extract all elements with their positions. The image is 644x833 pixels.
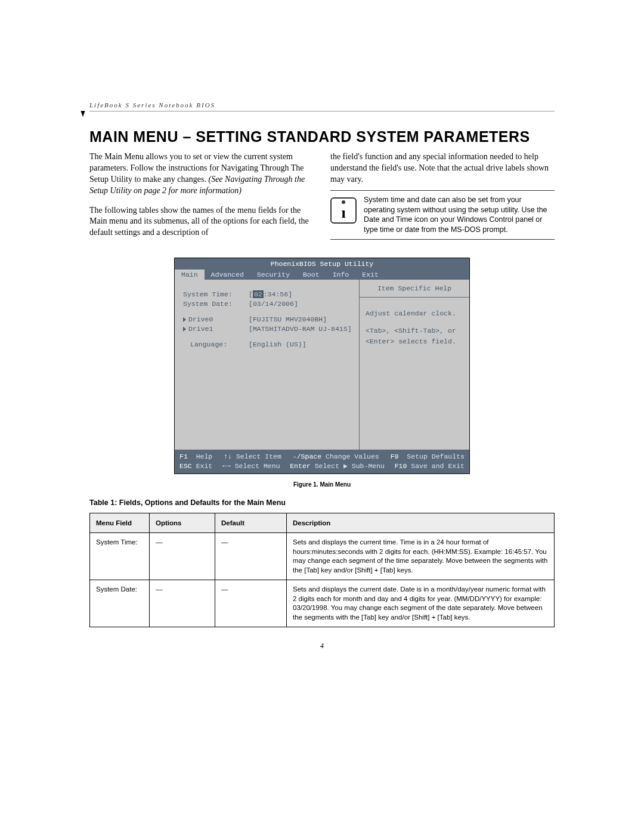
bios-help-title: Item Specific Help: [360, 280, 469, 298]
bios-help-line2: <Tab>, <Shift-Tab>, or: [366, 326, 463, 336]
info-callout: ı System time and date can also be set f…: [330, 190, 555, 240]
bios-language-value[interactable]: [English (US)]: [249, 340, 306, 348]
intro-right-para1: the field's function and any special inf…: [330, 151, 555, 185]
info-callout-text: System time and date can also be set fro…: [364, 195, 555, 236]
key-esc: ESC: [179, 462, 192, 470]
submenu-triangle-icon: [183, 327, 186, 332]
table-title: Table 1: Fields, Options and Defaults fo…: [89, 498, 555, 507]
bios-tab-exit[interactable]: Exit: [355, 270, 385, 280]
table-row: System Date: — — Sets and displays the c…: [90, 580, 555, 627]
intro-left-column: The Main Menu allows you to set or view …: [89, 151, 314, 240]
breadcrumb-marker-icon: [80, 111, 85, 117]
bios-help-line1: Adjust calendar clock.: [366, 308, 463, 318]
bios-main-panel: System Time: [02:34:56] System Date: [03…: [175, 280, 360, 450]
key-f10-label: Save and Exit: [411, 462, 465, 470]
th-menu-field: Menu Field: [90, 513, 150, 533]
cell-default: —: [215, 533, 287, 580]
submenu-triangle-icon: [183, 317, 186, 322]
cell-description: Sets and displays the current time. Time…: [287, 533, 555, 580]
key-leftright: ←→: [222, 462, 231, 470]
breadcrumb-text: LifeBook S Series Notebook BIOS: [89, 101, 215, 109]
cell-options: —: [150, 580, 215, 627]
key-leftright-label: Select Menu: [235, 462, 280, 470]
bios-tab-main[interactable]: Main: [175, 270, 205, 280]
bios-footer: F1 Help ↑↓ Select Item -/Space Change Va…: [175, 450, 469, 473]
bios-drive1-value: [MATSHITADVD-RAM UJ-841S]: [249, 325, 352, 333]
bios-help-panel: Item Specific Help Adjust calendar clock…: [360, 280, 469, 450]
bios-drive0-label[interactable]: Drive0: [183, 315, 249, 323]
info-icon: ı: [330, 197, 357, 224]
bios-drive0-value: [FUJITSU MHV2040BH]: [249, 315, 327, 323]
bios-tabs: Main Advanced Security Boot Info Exit: [175, 270, 469, 280]
intro-left-para2: The following tables show the names of t…: [89, 205, 314, 239]
cell-default: —: [215, 580, 287, 627]
key-minspace-label: Change Values: [326, 453, 379, 460]
page-title: MAIN MENU – SETTING STANDARD SYSTEM PARA…: [89, 128, 555, 145]
bios-system-date-value[interactable]: [03/14/2006]: [249, 300, 298, 308]
key-enter-label: Select ▶ Sub-Menu: [315, 462, 385, 470]
figure-caption: Figure 1. Main Menu: [89, 481, 555, 488]
key-f1-label: Help: [196, 453, 213, 460]
bios-time-hours-selected[interactable]: 02: [253, 290, 264, 298]
key-f1: F1: [179, 453, 188, 460]
bios-language-label: Language:: [183, 340, 249, 348]
options-table: Menu Field Options Default Description S…: [89, 513, 555, 627]
bios-title: PhoenixBIOS Setup Utility: [175, 258, 469, 270]
th-options: Options: [150, 513, 215, 533]
th-default: Default: [215, 513, 287, 533]
key-updown-label: Select Item: [236, 453, 281, 460]
key-f9-label: Setup Defaults: [407, 453, 465, 460]
bios-drive1-label[interactable]: Drive1: [183, 325, 249, 333]
bios-system-time-value[interactable]: [02:34:56]: [249, 290, 292, 298]
bios-tab-advanced[interactable]: Advanced: [205, 270, 250, 280]
key-f10: F10: [395, 462, 407, 470]
th-description: Description: [287, 513, 555, 533]
bios-tab-boot[interactable]: Boot: [296, 270, 326, 280]
key-f9: F9: [391, 453, 399, 460]
cell-options: —: [150, 533, 215, 580]
cell-menu-field: System Date:: [90, 580, 150, 627]
cell-menu-field: System Time:: [90, 533, 150, 580]
bios-help-line3: <Enter> selects field.: [366, 336, 463, 346]
bios-screenshot: PhoenixBIOS Setup Utility Main Advanced …: [174, 258, 470, 474]
table-row: System Time: — — Sets and displays the c…: [90, 533, 555, 580]
cell-description: Sets and displays the current date. Date…: [287, 580, 555, 627]
key-updown: ↑↓: [224, 453, 232, 460]
key-enter: Enter: [290, 462, 311, 470]
bios-tab-security[interactable]: Security: [250, 270, 296, 280]
intro-right-column: the field's function and any special inf…: [330, 151, 555, 240]
page-number: 4: [89, 642, 555, 651]
bios-time-rest: :34:56]: [264, 290, 292, 298]
bios-tab-info[interactable]: Info: [326, 270, 356, 280]
key-esc-label: Exit: [196, 462, 213, 470]
bios-system-date-label: System Date:: [183, 300, 249, 308]
breadcrumb: LifeBook S Series Notebook BIOS: [89, 101, 555, 112]
bios-system-time-label: System Time:: [183, 290, 249, 298]
key-minspace: -/Space: [293, 453, 321, 460]
